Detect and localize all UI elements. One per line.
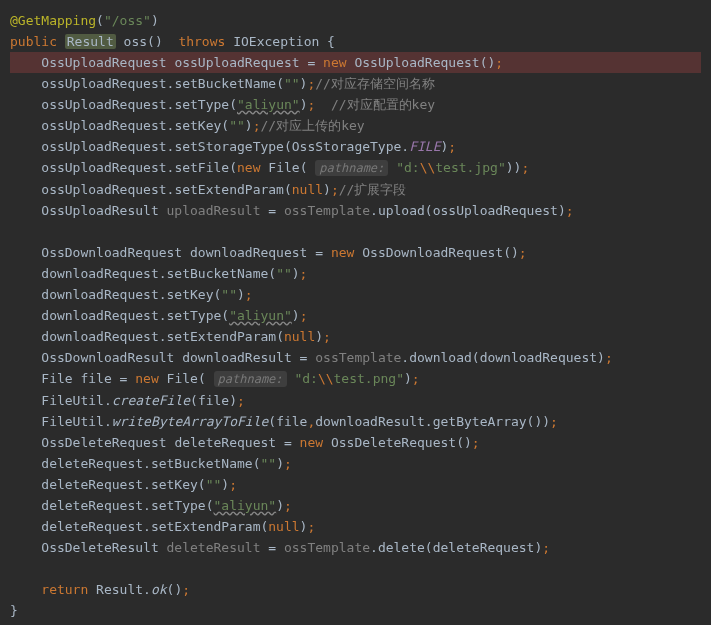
class-ref: OssStorageType [292,139,402,154]
comment: //对应配置的key [331,97,435,112]
code-line: downloadRequest.setExtendParam(null); [10,329,331,344]
keyword-public: public [10,34,57,49]
code-line: deleteRequest.setKey(""); [10,477,237,492]
string-literal: "aliyun" [229,308,292,323]
string-literal: "aliyun" [237,97,300,112]
result-type-highlight: Result [65,34,116,49]
var-ref: downloadRequest [41,266,158,281]
field-ref: ossTemplate [284,540,370,555]
string-literal: "" [284,76,300,91]
class-ref: FileUtil [41,414,104,429]
code-line: OssUploadResult uploadResult = ossTempla… [10,203,574,218]
code-line: deleteRequest.setType("aliyun"); [10,498,292,513]
code-line: OssDeleteResult deleteResult = ossTempla… [10,540,550,555]
string-literal: "aliyun" [214,498,277,513]
keyword-new: new [135,371,158,386]
method-call: setBucketName [151,456,253,471]
var-ref: ossUploadRequest [41,97,166,112]
method-call: setExtendParam [151,519,261,534]
type: OssDownloadResult [41,350,174,365]
code-line: downloadRequest.setBucketName(""); [10,266,307,281]
constructor: File [167,371,198,386]
code-line: FileUtil.createFile(file); [10,393,245,408]
comment: //对应上传的key [260,118,364,133]
var-ref: deleteRequest [41,456,143,471]
method-call: setKey [151,477,198,492]
type: OssUploadRequest [41,55,166,70]
code-line: } [10,603,18,618]
method-name: oss [124,34,147,49]
type: OssDownloadRequest [41,245,182,260]
constructor: OssUploadRequest [354,55,479,70]
static-method-call: writeByteArrayToFile [112,414,269,429]
method-call: setFile [174,160,229,175]
var-ref: ossUploadRequest [41,139,166,154]
method-call: setKey [167,287,214,302]
var: deleteRequest [174,435,276,450]
code-line: ossUploadRequest.setExtendParam(null);//… [10,182,406,197]
keyword-new: new [237,160,260,175]
class-ref: FileUtil [41,393,104,408]
var: file [80,371,111,386]
method-call: setType [167,308,222,323]
keyword-throws: throws [178,34,225,49]
null-literal: null [292,182,323,197]
var-ref: downloadRequest [41,308,158,323]
unused-var: uploadResult [167,203,261,218]
arg: deleteRequest [433,540,535,555]
var-ref: deleteRequest [41,519,143,534]
code-line: OssDownloadRequest downloadRequest = new… [10,245,527,260]
method-call: upload [378,203,425,218]
param-hint: pathname: [214,371,287,387]
method-call: setType [174,97,229,112]
null-literal: null [284,329,315,344]
constructor: OssDeleteRequest [331,435,456,450]
comment: //对应存储空间名称 [315,76,435,91]
keyword-new: new [331,245,354,260]
method-call: setStorageType [174,139,284,154]
highlighted-line: OssUploadRequest ossUploadRequest = new … [10,52,701,73]
class-ref: Result [96,582,143,597]
method-call: download [409,350,472,365]
var: downloadResult [182,350,292,365]
string-literal: "" [260,456,276,471]
code-line: return Result.ok(); [10,582,190,597]
string-literal: "d:\\test.png" [294,371,404,386]
var-ref: ossUploadRequest [41,182,166,197]
method-call: setKey [174,118,221,133]
code-line: ossUploadRequest.setBucketName("");//对应存… [10,76,435,91]
code-line: ossUploadRequest.setStorageType(OssStora… [10,139,456,154]
method-call: setExtendParam [167,329,277,344]
exception-type: IOException [233,34,319,49]
method-call: setBucketName [167,266,269,281]
param-hint: pathname: [315,160,388,176]
static-method-call: createFile [112,393,190,408]
null-literal: null [268,519,299,534]
constructor: OssDownloadRequest [362,245,503,260]
code-line: downloadRequest.setType("aliyun"); [10,308,307,323]
type: OssDeleteRequest [41,435,166,450]
var: downloadRequest [190,245,307,260]
code-line: FileUtil.writeByteArrayToFile(file,downl… [10,414,558,429]
arg: ossUploadRequest [433,203,558,218]
code-line: public Result oss() throws IOException { [10,34,335,49]
var: ossUploadRequest [174,55,299,70]
var-ref: ossUploadRequest [41,118,166,133]
var-ref: ossUploadRequest [41,160,166,175]
keyword-new: new [323,55,346,70]
var-ref: ossUploadRequest [41,76,166,91]
field-ref: ossTemplate [315,350,401,365]
code-editor[interactable]: @GetMapping("/oss") public Result oss() … [10,10,701,621]
keyword-return: return [41,582,88,597]
type: OssUploadResult [41,203,158,218]
method-call: setBucketName [174,76,276,91]
keyword-new: new [300,435,323,450]
string-literal: "" [229,118,245,133]
var-ref: downloadRequest [41,329,158,344]
constructor: File [268,160,299,175]
method-call: getByteArray [433,414,527,429]
code-line: downloadRequest.setKey(""); [10,287,253,302]
var-ref: deleteRequest [41,477,143,492]
code-line: ossUploadRequest.setKey("");//对应上传的key [10,118,365,133]
string-literal: "" [221,287,237,302]
